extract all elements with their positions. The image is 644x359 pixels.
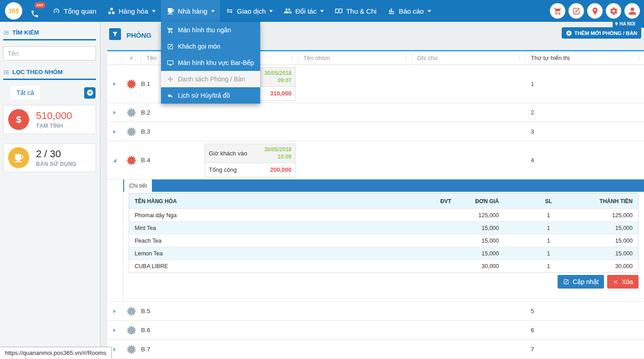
nav-item-restaurant[interactable]: Nhà hàng xyxy=(161,0,220,22)
expand-row-icon[interactable] xyxy=(113,130,116,134)
account-button[interactable] xyxy=(624,3,640,19)
dropdown-item-customer-order[interactable]: Khách gọi món xyxy=(161,38,260,55)
settings-button[interactable] xyxy=(606,3,621,19)
room-row-B.7[interactable]: B.77 xyxy=(107,340,644,359)
room-row-B.6[interactable]: B.66 xyxy=(107,321,644,340)
table-status-icon xyxy=(126,108,136,118)
room-name: B.3 xyxy=(141,128,205,135)
funnel-icon xyxy=(112,31,118,37)
monitor-icon xyxy=(167,60,174,66)
starburst-icon xyxy=(126,155,136,165)
display-order: 5 xyxy=(525,302,644,320)
expand-row-icon[interactable] xyxy=(113,329,116,332)
tab-chi-tiet[interactable]: Chi tiết xyxy=(124,180,152,192)
room-name: B.2 xyxy=(141,109,205,116)
add-group-button[interactable] xyxy=(84,87,96,99)
nav-item-goods[interactable]: Hàng hóa xyxy=(102,0,161,22)
visit-time-value: 30/05/201810:09 xyxy=(264,146,292,160)
product-amount: 30,000 xyxy=(593,263,638,269)
expand-row-icon[interactable] xyxy=(113,348,116,351)
room-row-B.4[interactable]: B.4Giờ khách vào30/05/201810:09Tổng cộng… xyxy=(107,141,644,180)
nav-item-label: Giao dịch xyxy=(237,7,266,15)
column-header-4[interactable]: Ghi chú⋮ xyxy=(412,51,525,65)
subtotal-label: TẠM TÍNH xyxy=(36,123,72,129)
pin-icon xyxy=(614,22,619,26)
room-row-B.5[interactable]: B.55 xyxy=(107,302,644,321)
collapse-row-icon[interactable] xyxy=(113,159,116,162)
product-row[interactable]: Peach Tea15,000115,000 xyxy=(129,234,638,247)
column-header-1[interactable]: #⋮ xyxy=(122,51,141,65)
delete-button[interactable]: Xóa xyxy=(607,275,639,289)
nav-item-label: Tổng quan xyxy=(64,7,96,15)
product-name: Lemon Tea xyxy=(129,250,407,257)
group-cell xyxy=(298,103,412,122)
column-menu-icon[interactable]: ⋮ xyxy=(636,55,642,61)
note-cell xyxy=(412,122,525,141)
product-amount: 15,000 xyxy=(593,225,638,231)
dropdown-item-cancel-history[interactable]: Lịch sử Hủy/trả đồ xyxy=(161,87,260,104)
col-amount: THÀNH TIỀN xyxy=(593,198,638,204)
reports-icon xyxy=(387,7,396,15)
filter-button[interactable] xyxy=(109,28,121,40)
quick-order-button[interactable] xyxy=(569,3,584,19)
page-title: PHÒNG xyxy=(126,31,151,39)
nav-item-transactions[interactable]: Giao dịch xyxy=(220,0,278,22)
group-cell xyxy=(298,321,412,339)
room-row-B.3[interactable]: B.33 xyxy=(107,122,644,141)
cashier-cart-button[interactable] xyxy=(550,3,565,19)
location-button[interactable] xyxy=(587,3,603,19)
group-cell xyxy=(298,340,412,359)
nav-item-label: Thu & Chi xyxy=(346,7,377,15)
move-icon xyxy=(167,76,174,83)
nav-item-label: Báo cáo xyxy=(399,7,424,15)
chevron-down-icon xyxy=(211,10,215,12)
add-room-button[interactable]: THÊM MỚI PHÒNG / BÀN xyxy=(562,27,641,39)
nav-item-label: Nhà hàng xyxy=(178,7,207,15)
table-status-icon xyxy=(126,155,136,165)
search-input[interactable] xyxy=(3,46,96,60)
brand-logo[interactable]: 365 xyxy=(5,2,22,20)
column-menu-icon[interactable]: ⋮ xyxy=(403,55,409,61)
restaurant-icon xyxy=(166,7,175,15)
funnel-icon xyxy=(112,31,118,37)
expand-row-icon[interactable] xyxy=(113,309,116,313)
support-phone[interactable]: 24/7 xyxy=(30,2,44,20)
update-button[interactable]: Cập nhật xyxy=(558,275,604,289)
group-cell xyxy=(298,302,412,320)
nav-item-overview[interactable]: Tổng quan xyxy=(47,0,102,22)
phone-icon xyxy=(30,10,39,18)
expand-row-icon[interactable] xyxy=(113,111,116,115)
expand-row-icon[interactable] xyxy=(113,82,116,86)
dropdown-item-bar-kitchen[interactable]: Màn hình khu vực Bar-Bếp xyxy=(161,55,260,71)
room-name: B.4 xyxy=(141,157,205,164)
nav-item-income-expense[interactable]: Thu & Chi xyxy=(329,0,382,22)
column-header-5[interactable]: Thứ tự hiển thị⋮ xyxy=(525,51,644,65)
tables-in-use-label: BÀN SỬ DỤNG xyxy=(36,161,76,167)
product-row[interactable]: Mint Tea15,000115,000 xyxy=(129,221,638,234)
dropdown-item-room-table-list[interactable]: Danh sách Phòng / Bàn xyxy=(161,71,260,87)
product-row[interactable]: Phomai dây Nga125,0001125,000 xyxy=(129,209,638,221)
room-name: B.6 xyxy=(141,327,205,334)
goods-icon xyxy=(107,7,116,15)
dropdown-item-cashier-screen[interactable]: Màn hình thu ngân xyxy=(161,22,260,38)
subtotal-value: 510,000 xyxy=(36,110,72,122)
column-menu-icon[interactable]: ⋮ xyxy=(289,55,295,61)
dropdown-item-label: Danh sách Phòng / Bàn xyxy=(178,75,245,83)
filter-all-button[interactable]: Tất cả xyxy=(10,86,40,100)
dropdown-item-label: Khách gọi món xyxy=(178,43,220,50)
product-row[interactable]: CUBA LIBRE30,000130,000 xyxy=(129,259,638,272)
chevron-down-icon xyxy=(152,10,156,12)
visit-time-value: 30/05/201809:07 xyxy=(264,70,292,84)
column-menu-icon[interactable]: ⋮ xyxy=(132,55,138,61)
tables-in-use-card: 2 / 30 BÀN SỬ DỤNG xyxy=(3,143,96,172)
column-menu-icon[interactable]: ⋮ xyxy=(517,55,523,61)
column-header-3[interactable]: Tên nhóm⋮ xyxy=(298,51,412,65)
search-section-title-text: TÌM KIẾM xyxy=(12,29,39,36)
note-cell xyxy=(412,141,525,179)
room-row-B.2[interactable]: B.22 xyxy=(107,103,644,122)
note-cell xyxy=(412,103,525,122)
nav-item-partners[interactable]: Đối tác xyxy=(278,0,329,22)
product-row[interactable]: Lemon Tea15,000115,000 xyxy=(129,247,638,259)
nav-item-reports[interactable]: Báo cáo xyxy=(382,0,437,22)
money-icon xyxy=(335,7,343,15)
